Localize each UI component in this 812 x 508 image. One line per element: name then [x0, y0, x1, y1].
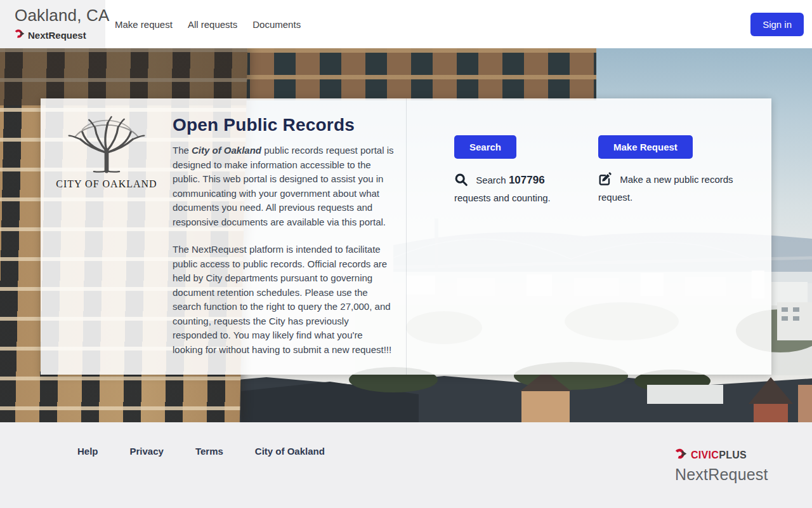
- footer: Help Privacy Terms City of Oakland CIVIC…: [0, 422, 812, 508]
- civicplus-plus-text: PLUS: [719, 450, 747, 460]
- nextrequest-wordmark: NextRequest: [675, 465, 768, 484]
- site-name: Oakland, CA: [15, 6, 99, 25]
- intro-text-post: public records request portal is designe…: [173, 145, 393, 227]
- make-request-button[interactable]: Make Request: [598, 135, 693, 159]
- footer-link-terms[interactable]: Terms: [195, 446, 223, 457]
- city-logo-caption: CITY OF OAKLAND: [56, 178, 157, 190]
- header: Oakland, CA NextRequest Make request All…: [0, 0, 812, 48]
- search-icon: [454, 178, 471, 189]
- request-count: 107796: [509, 174, 545, 186]
- nav-documents[interactable]: Documents: [252, 19, 301, 30]
- search-desc-pre: Search: [476, 175, 509, 185]
- civicplus-mark-icon: [15, 29, 25, 41]
- hero-section: CITY OF OAKLAND Open Public Records The …: [0, 48, 812, 422]
- footer-brand-block: CIVICPLUS NextRequest: [675, 448, 768, 484]
- search-action-group: Search Search 107796 requests and counti…: [454, 135, 562, 375]
- civicplus-civic-text: CIVIC: [691, 450, 719, 460]
- search-desc-post: requests and counting.: [454, 192, 551, 203]
- intro-text-pre: The: [173, 145, 192, 156]
- search-button[interactable]: Search: [454, 135, 516, 159]
- civicplus-logo: CIVICPLUS: [675, 448, 768, 462]
- civicplus-mark-icon: [675, 448, 687, 462]
- platform-paragraph: The NextRequest platform is intended to …: [173, 243, 395, 357]
- intro-paragraph: The City of Oakland public records reque…: [173, 144, 395, 229]
- brand-name: NextRequest: [28, 30, 86, 41]
- footer-links: Help Privacy Terms City of Oakland: [77, 446, 325, 457]
- nav-make-request[interactable]: Make request: [115, 19, 173, 30]
- sign-in-button[interactable]: Sign in: [750, 13, 804, 36]
- nav-all-requests[interactable]: All requests: [188, 19, 237, 30]
- footer-link-city-of-oakland[interactable]: City of Oakland: [255, 446, 325, 457]
- make-request-description: Make a new public records request.: [598, 172, 749, 205]
- page-title: Open Public Records: [173, 115, 395, 135]
- intro-text-city-name: City of Oakland: [192, 145, 261, 156]
- records-portal-card: CITY OF OAKLAND Open Public Records The …: [41, 98, 771, 375]
- city-logo-column: CITY OF OAKLAND: [41, 98, 173, 375]
- footer-link-help[interactable]: Help: [77, 446, 98, 457]
- make-request-desc-text: Make a new public records request.: [598, 174, 733, 203]
- site-logo-block[interactable]: Oakland, CA NextRequest: [0, 0, 105, 48]
- portal-description-column: Open Public Records The City of Oakland …: [173, 98, 406, 375]
- footer-link-privacy[interactable]: Privacy: [130, 446, 164, 457]
- main-nav: Make request All requests Documents: [115, 0, 301, 48]
- make-request-action-group: Make Request Make a new public records r…: [598, 135, 749, 375]
- city-of-oakland-tree-logo: [64, 115, 149, 176]
- actions-column: Search Search 107796 requests and counti…: [406, 98, 771, 375]
- edit-icon: [598, 177, 615, 188]
- search-description: Search 107796 requests and counting.: [454, 172, 562, 206]
